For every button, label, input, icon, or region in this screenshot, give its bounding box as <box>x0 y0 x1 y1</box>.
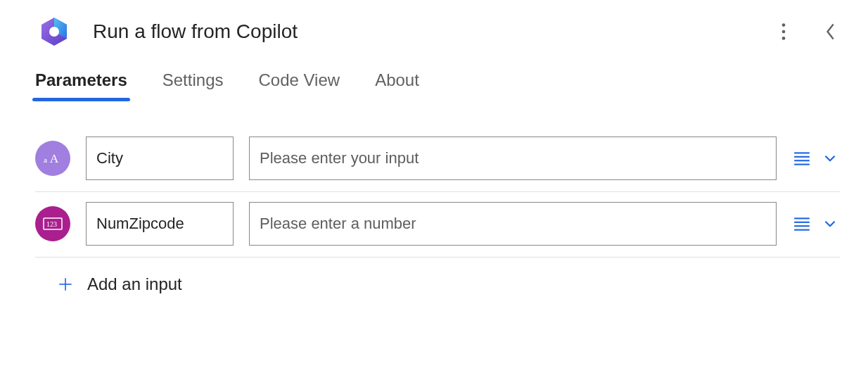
reorder-button[interactable] <box>792 148 812 168</box>
svg-text:123: 123 <box>46 220 57 228</box>
number-type-icon: 123 <box>43 217 63 231</box>
svg-point-0 <box>49 27 59 37</box>
parameter-row-actions <box>792 214 840 234</box>
more-vertical-icon <box>781 23 786 41</box>
tab-label: About <box>375 70 419 89</box>
text-type-badge: a A <box>35 141 70 176</box>
more-options-button[interactable] <box>774 22 793 42</box>
reorder-lines-icon <box>793 216 811 231</box>
parameter-row-actions <box>792 148 840 168</box>
tab-label: Settings <box>162 70 224 89</box>
parameter-name-input[interactable] <box>86 137 234 180</box>
text-type-icon: a A <box>44 151 62 165</box>
tab-about[interactable]: About <box>375 70 419 100</box>
parameter-row: a A <box>35 127 840 192</box>
svg-point-1 <box>782 23 786 27</box>
tab-label: Code View <box>258 70 340 89</box>
parameter-name-input[interactable] <box>86 202 234 246</box>
reorder-button[interactable] <box>792 214 812 234</box>
header-actions <box>774 22 840 42</box>
collapse-panel-button[interactable] <box>820 22 840 42</box>
chevron-down-icon <box>822 216 838 231</box>
add-input-button[interactable]: Add an input <box>35 258 840 294</box>
parameters-list: a A <box>0 100 868 294</box>
svg-point-3 <box>782 37 786 40</box>
chevron-left-icon <box>824 22 836 42</box>
add-input-label: Add an input <box>87 274 182 294</box>
copilot-logo-icon <box>37 14 72 49</box>
chevron-down-icon <box>822 151 838 166</box>
parameter-value-input[interactable] <box>249 137 777 180</box>
parameter-menu-button[interactable] <box>820 148 840 168</box>
panel-title: Run a flow from Copilot <box>93 20 774 43</box>
parameter-row: 123 <box>35 192 840 258</box>
reorder-lines-icon <box>793 151 811 166</box>
tab-settings[interactable]: Settings <box>162 70 224 100</box>
tab-code-view[interactable]: Code View <box>258 70 340 100</box>
parameter-menu-button[interactable] <box>820 214 840 234</box>
tab-bar: Parameters Settings Code View About <box>0 56 868 100</box>
tab-label: Parameters <box>35 70 127 89</box>
svg-point-2 <box>782 30 786 34</box>
number-type-badge: 123 <box>35 206 70 241</box>
parameter-value-input[interactable] <box>249 202 777 246</box>
tab-parameters[interactable]: Parameters <box>35 70 127 100</box>
plus-icon <box>56 275 75 293</box>
svg-text:A: A <box>50 152 59 165</box>
svg-text:a: a <box>44 156 47 164</box>
panel-header: Run a flow from Copilot <box>0 0 868 56</box>
